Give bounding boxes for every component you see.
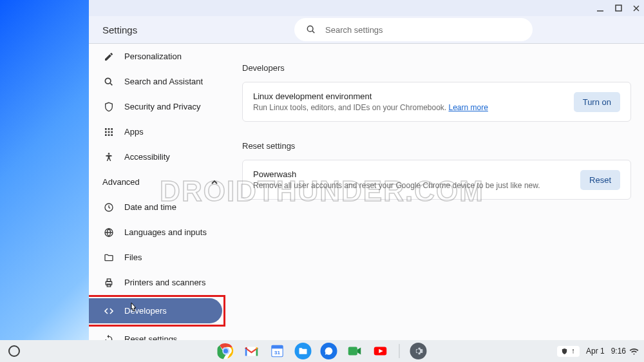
svg-rect-14	[105, 134, 107, 136]
sidebar-item-label: Files	[124, 252, 142, 262]
section-heading-developers: Developers	[242, 63, 631, 73]
shelf-date: Apr 1	[586, 347, 605, 356]
sidebar-item-label: Security and Privacy	[124, 102, 201, 111]
svg-line-7	[110, 83, 112, 85]
folder-icon	[102, 251, 115, 264]
svg-rect-11	[105, 131, 107, 133]
clock-icon	[102, 201, 115, 214]
files-app-icon[interactable]	[295, 343, 312, 359]
sidebar-item-label: Personalization	[124, 52, 182, 61]
svg-rect-13	[111, 131, 113, 133]
card-description: Run Linux tools, editors, and IDEs on yo…	[253, 103, 488, 112]
duo-app-icon[interactable]	[346, 343, 363, 359]
search-input[interactable]	[325, 25, 506, 35]
settings-window: Settings Personalization Search and Assi…	[89, 0, 644, 340]
sidebar-item-label: Date and time	[124, 202, 176, 212]
sidebar-item-label: Languages and inputs	[124, 227, 207, 237]
pencil-icon	[102, 50, 115, 63]
gmail-app-icon[interactable]	[243, 343, 260, 359]
card-description: Remove all user accounts and reset your …	[253, 181, 540, 190]
svg-rect-15	[108, 134, 110, 136]
messages-app-icon[interactable]	[321, 343, 337, 359]
svg-point-6	[105, 78, 111, 84]
svg-rect-16	[111, 134, 113, 136]
turn-on-button[interactable]: Turn on	[574, 92, 620, 112]
shelf-apps: 31	[218, 343, 427, 359]
sidebar: Personalization Search and Assistant Sec…	[89, 44, 229, 340]
svg-rect-27	[245, 347, 258, 356]
svg-rect-8	[105, 128, 107, 130]
shield-icon	[102, 100, 115, 113]
minimize-icon[interactable]	[596, 5, 604, 12]
accessibility-icon	[102, 151, 115, 164]
search-icon	[306, 24, 316, 35]
highlight-annotation: Developers	[89, 295, 225, 327]
svg-rect-21	[107, 279, 110, 281]
window-titlebar	[89, 0, 644, 16]
search-icon	[102, 75, 115, 88]
svg-point-33	[573, 349, 574, 350]
launcher-button[interactable]	[8, 345, 20, 357]
svg-rect-34	[573, 350, 574, 353]
sidebar-item-label: Apps	[124, 127, 144, 137]
svg-rect-29	[272, 345, 283, 348]
status-indicator[interactable]	[557, 346, 580, 357]
globe-icon	[102, 226, 115, 239]
youtube-app-icon[interactable]	[372, 343, 389, 359]
svg-rect-9	[108, 128, 110, 130]
svg-rect-31	[348, 347, 357, 356]
page-title: Settings	[102, 24, 137, 35]
sidebar-item-languages-inputs[interactable]: Languages and inputs	[89, 220, 224, 245]
settings-app-icon[interactable]	[410, 343, 427, 359]
code-icon	[102, 305, 115, 318]
sidebar-item-developers[interactable]: Developers	[89, 298, 222, 323]
calendar-app-icon[interactable]: 31	[269, 343, 286, 359]
svg-rect-1	[616, 5, 621, 11]
sidebar-item-label: Developers	[124, 306, 167, 316]
wifi-icon	[629, 347, 639, 355]
settings-header: Settings	[89, 16, 644, 44]
shelf-time: 9:16	[611, 347, 626, 356]
sidebar-item-label: Search and Assistant	[124, 77, 203, 86]
sidebar-item-reset-settings[interactable]: Reset settings	[89, 327, 224, 340]
sidebar-item-personalization[interactable]: Personalization	[89, 44, 224, 69]
sidebar-item-printers-scanners[interactable]: Printers and scanners	[89, 270, 224, 295]
reset-icon	[102, 333, 115, 341]
sidebar-item-search-assistant[interactable]: Search and Assistant	[89, 69, 224, 94]
learn-more-link[interactable]: Learn more	[449, 103, 488, 112]
svg-point-4	[307, 26, 313, 32]
svg-rect-12	[108, 131, 110, 133]
sidebar-item-label: Reset settings	[124, 334, 177, 340]
desktop-wallpaper	[0, 0, 89, 362]
sidebar-item-files[interactable]: Files	[89, 245, 224, 270]
shelf-status-area[interactable]: Apr 1 9:16	[557, 346, 639, 357]
sidebar-section-label: Advanced	[102, 177, 140, 187]
sidebar-item-apps[interactable]: Apps	[89, 119, 224, 144]
apps-grid-icon	[102, 126, 115, 138]
sidebar-item-label: Printers and scanners	[124, 278, 205, 287]
sidebar-item-date-time[interactable]: Date and time	[89, 195, 224, 220]
chevron-up-icon	[211, 179, 218, 186]
printer-icon	[102, 276, 115, 289]
svg-line-5	[312, 31, 314, 33]
sidebar-section-advanced[interactable]: Advanced	[89, 169, 229, 195]
sidebar-item-accessibility[interactable]: Accessibility	[89, 144, 224, 169]
svg-point-17	[108, 153, 110, 155]
sidebar-item-label: Accessibility	[124, 152, 170, 162]
sidebar-item-security-privacy[interactable]: Security and Privacy	[89, 94, 224, 119]
svg-text:31: 31	[274, 350, 281, 356]
card-title: Powerwash	[253, 169, 540, 179]
reset-button[interactable]: Reset	[580, 170, 620, 190]
maximize-icon[interactable]	[614, 5, 622, 12]
card-title: Linux development environment	[253, 91, 488, 101]
chrome-app-icon[interactable]	[218, 343, 234, 359]
shelf-divider	[399, 344, 400, 358]
powerwash-card[interactable]: Powerwash Remove all user accounts and r…	[242, 160, 631, 200]
section-heading-reset: Reset settings	[242, 141, 631, 151]
svg-rect-10	[111, 128, 113, 130]
content-area: Developers Linux development environment…	[242, 44, 631, 340]
chromeos-shelf: 31 Apr 1 9:16	[0, 340, 644, 362]
linux-dev-env-card[interactable]: Linux development environment Run Linux …	[242, 82, 631, 122]
search-container[interactable]	[294, 18, 533, 41]
close-icon[interactable]	[632, 5, 640, 12]
